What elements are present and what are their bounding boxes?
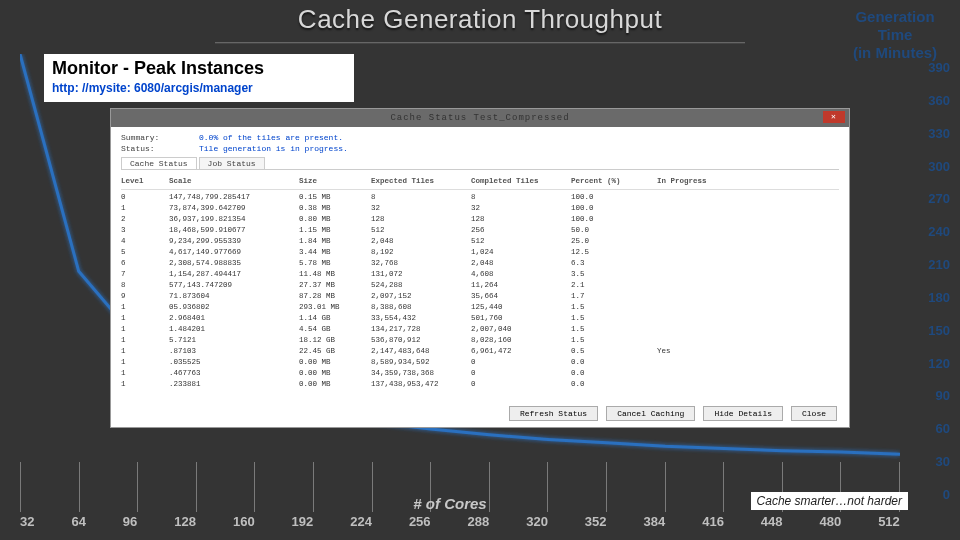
cell-completed: 2,007,040 bbox=[471, 324, 571, 335]
cell-inprog bbox=[657, 280, 839, 291]
cell-completed: 35,664 bbox=[471, 291, 571, 302]
col-header: Expected Tiles bbox=[371, 176, 471, 187]
caption-url[interactable]: http: //mysite: 6080/arcgis/manager bbox=[52, 81, 346, 95]
y-tick: 210 bbox=[910, 257, 950, 272]
col-header: Level bbox=[121, 176, 169, 187]
caption-heading: Monitor - Peak Instances bbox=[52, 58, 346, 79]
cell-completed: 125,440 bbox=[471, 302, 571, 313]
x-tick: 160 bbox=[233, 514, 255, 532]
caption-box: Monitor - Peak Instances http: //mysite:… bbox=[44, 54, 354, 102]
cell-level: 1 bbox=[121, 379, 169, 390]
cell-percent: 3.5 bbox=[571, 269, 657, 280]
x-axis-ticks: 3264961281601922242562883203523844164484… bbox=[20, 514, 900, 532]
x-tick: 448 bbox=[761, 514, 783, 532]
cell-expected: 512 bbox=[371, 225, 471, 236]
cell-percent: 100.0 bbox=[571, 214, 657, 225]
x-tick: 64 bbox=[71, 514, 85, 532]
table-row: 54,617,149.9776693.44 MB8,1921,02412.5 bbox=[121, 247, 839, 258]
cell-scale: 1.484201 bbox=[169, 324, 299, 335]
cell-level: 1 bbox=[121, 357, 169, 368]
cell-size: 293.01 MB bbox=[299, 302, 371, 313]
cell-inprog bbox=[657, 192, 839, 203]
cell-percent: 1.5 bbox=[571, 335, 657, 346]
cell-completed: 128 bbox=[471, 214, 571, 225]
y-tick: 360 bbox=[910, 93, 950, 108]
table-row: 173,874,399.6427090.38 MB3232100.0 bbox=[121, 203, 839, 214]
cell-expected: 8,388,608 bbox=[371, 302, 471, 313]
cell-percent: 100.0 bbox=[571, 192, 657, 203]
table-row: 971.87360487.28 MB2,097,15235,6641.7 bbox=[121, 291, 839, 302]
cell-scale: .467763 bbox=[169, 368, 299, 379]
cell-expected: 33,554,432 bbox=[371, 313, 471, 324]
table-row: 0147,748,799.2854170.15 MB88100.0 bbox=[121, 192, 839, 203]
cell-size: 5.78 MB bbox=[299, 258, 371, 269]
cell-completed: 0 bbox=[471, 368, 571, 379]
cell-inprog bbox=[657, 379, 839, 390]
tab-cache-status[interactable]: Cache Status bbox=[121, 157, 197, 169]
cell-inprog: Yes bbox=[657, 346, 839, 357]
cell-completed: 4,608 bbox=[471, 269, 571, 280]
cell-level: 9 bbox=[121, 291, 169, 302]
cell-expected: 128 bbox=[371, 214, 471, 225]
cell-expected: 34,359,738,368 bbox=[371, 368, 471, 379]
cell-expected: 131,072 bbox=[371, 269, 471, 280]
hide-details-button[interactable]: Hide Details bbox=[703, 406, 783, 421]
cell-expected: 137,438,953,472 bbox=[371, 379, 471, 390]
cell-percent: 6.3 bbox=[571, 258, 657, 269]
cell-percent: 0.5 bbox=[571, 346, 657, 357]
cell-expected: 524,288 bbox=[371, 280, 471, 291]
cell-completed: 8,028,160 bbox=[471, 335, 571, 346]
cell-inprog bbox=[657, 258, 839, 269]
cell-expected: 2,147,483,648 bbox=[371, 346, 471, 357]
table-row: 236,937,199.8213540.80 MB128128100.0 bbox=[121, 214, 839, 225]
cache-table: LevelScaleSizeExpected TilesCompleted Ti… bbox=[121, 176, 839, 390]
cell-level: 5 bbox=[121, 247, 169, 258]
cell-size: 11.48 MB bbox=[299, 269, 371, 280]
cancel-caching-button[interactable]: Cancel Caching bbox=[606, 406, 695, 421]
cell-level: 8 bbox=[121, 280, 169, 291]
y-tick: 390 bbox=[910, 60, 950, 75]
cell-size: 18.12 GB bbox=[299, 335, 371, 346]
x-tick: 352 bbox=[585, 514, 607, 532]
cell-expected: 32 bbox=[371, 203, 471, 214]
cell-size: 87.28 MB bbox=[299, 291, 371, 302]
cell-scale: 18,468,599.910677 bbox=[169, 225, 299, 236]
cell-percent: 1.7 bbox=[571, 291, 657, 302]
cell-size: 0.00 MB bbox=[299, 368, 371, 379]
cell-inprog bbox=[657, 291, 839, 302]
y-tick: 240 bbox=[910, 224, 950, 239]
footer-note: Cache smarter…not harder bbox=[751, 492, 908, 510]
y-tick: 330 bbox=[910, 126, 950, 141]
cell-completed: 8 bbox=[471, 192, 571, 203]
cell-percent: 50.0 bbox=[571, 225, 657, 236]
x-tick: 32 bbox=[20, 514, 34, 532]
status-value: Tile generation is in progress. bbox=[199, 144, 348, 153]
dialog-titlebar: Cache Status Test_Compressed ✕ bbox=[111, 109, 849, 127]
x-tick: 384 bbox=[644, 514, 666, 532]
cell-completed: 6,961,472 bbox=[471, 346, 571, 357]
cell-scale: 2,308,574.988835 bbox=[169, 258, 299, 269]
cell-level: 1 bbox=[121, 335, 169, 346]
cell-expected: 2,048 bbox=[371, 236, 471, 247]
cache-status-dialog: Cache Status Test_Compressed ✕ Summary: … bbox=[110, 108, 850, 428]
refresh-status-button[interactable]: Refresh Status bbox=[509, 406, 598, 421]
y-axis-ticks: 3903603303002702402101801501209060300 bbox=[910, 60, 950, 502]
close-icon[interactable]: ✕ bbox=[823, 111, 845, 123]
cell-percent: 2.1 bbox=[571, 280, 657, 291]
cell-completed: 1,024 bbox=[471, 247, 571, 258]
tab-job-status[interactable]: Job Status bbox=[199, 157, 265, 169]
cell-level: 1 bbox=[121, 302, 169, 313]
x-tick: 288 bbox=[468, 514, 490, 532]
y-tick: 0 bbox=[910, 487, 950, 502]
cell-inprog bbox=[657, 236, 839, 247]
cell-completed: 501,760 bbox=[471, 313, 571, 324]
close-button[interactable]: Close bbox=[791, 406, 837, 421]
cell-percent: 0.0 bbox=[571, 379, 657, 390]
dialog-title-text: Cache Status Test_Compressed bbox=[390, 113, 569, 123]
y-tick: 300 bbox=[910, 159, 950, 174]
cell-scale: 5.7121 bbox=[169, 335, 299, 346]
y-tick: 270 bbox=[910, 191, 950, 206]
cell-scale: 4,617,149.977669 bbox=[169, 247, 299, 258]
cell-expected: 32,768 bbox=[371, 258, 471, 269]
cell-expected: 134,217,728 bbox=[371, 324, 471, 335]
